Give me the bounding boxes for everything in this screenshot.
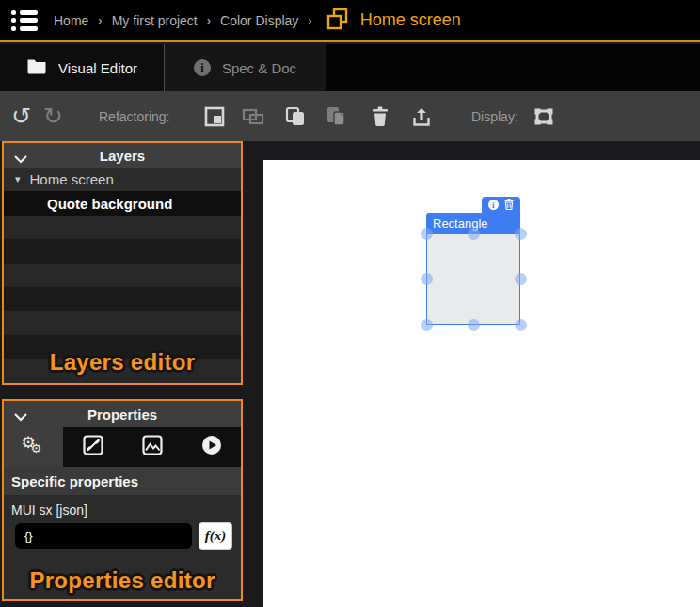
image-icon [141, 434, 164, 460]
rectangle-element-body[interactable] [426, 233, 520, 325]
layers-panel: Layers ▾ Home screen Quote background La… [2, 141, 243, 385]
layer-row-empty [4, 359, 241, 383]
export-icon[interactable] [410, 91, 433, 141]
toolbar: ↺ ↻ Refactoring: [0, 91, 700, 141]
resize-handle-mid-left[interactable] [421, 273, 433, 285]
properties-panel: Properties ⚙⚙ [2, 399, 243, 601]
element-label: Rectangle [433, 216, 488, 231]
properties-editor-annotation: Properties editor [4, 567, 241, 594]
tab-visual-editor-label: Visual Editor [58, 60, 137, 76]
mui-sx-label: MUI sx [json] [11, 503, 88, 518]
bounding-box-icon[interactable] [533, 91, 555, 141]
page-title: Home screen [360, 10, 461, 30]
properties-tabs: ⚙⚙ [4, 427, 241, 467]
layers-panel-header: Layers [4, 143, 241, 168]
menu-icon[interactable] [11, 8, 40, 34]
tab-spec-doc-label: Spec & Doc [222, 60, 296, 76]
layer-row-quote-background[interactable]: Quote background [4, 191, 241, 215]
layers-panel-title: Layers [4, 148, 241, 164]
properties-panel-title: Properties [4, 407, 241, 423]
properties-body: MUI sx [json] f(x) Properties editor [4, 495, 241, 599]
top-bar: Home › My first project › Color Display … [0, 0, 700, 42]
element-info-icon[interactable]: i [488, 200, 499, 210]
chevron-right-icon: › [207, 13, 211, 27]
chevron-right-icon: › [98, 13, 102, 27]
resize-icon [82, 434, 104, 460]
layer-label: Home screen [30, 171, 114, 187]
breadcrumb-page-group[interactable]: Color Display [220, 13, 298, 28]
element-delete-icon[interactable] [504, 197, 514, 214]
delete-icon[interactable] [369, 91, 391, 141]
play-icon [200, 434, 223, 460]
undo-icon[interactable]: ↺ [11, 91, 31, 141]
selected-element-rectangle: i Rectangle [426, 197, 520, 325]
design-canvas[interactable]: i Rectangle [263, 160, 700, 607]
layers-list: ▾ Home screen Quote background Layers ed… [4, 168, 241, 383]
properties-panel-header: Properties [4, 401, 241, 427]
resize-handle-mid-right[interactable] [515, 273, 527, 285]
layer-row-empty [4, 216, 241, 239]
resize-handle-bottom-left[interactable] [421, 319, 433, 331]
collapse-chevron-icon[interactable] [13, 408, 28, 425]
resize-handle-top-right[interactable] [515, 228, 527, 240]
resize-handle-bottom-right[interactable] [515, 319, 527, 331]
breadcrumb-project[interactable]: My first project [112, 13, 198, 28]
tab-image[interactable] [122, 427, 182, 467]
collapse-chevron-icon[interactable] [13, 151, 28, 168]
refactoring-label: Refactoring: [99, 91, 169, 141]
tab-visual-editor[interactable]: Visual Editor [0, 44, 165, 91]
resize-handle-top-left[interactable] [421, 228, 433, 240]
layer-row-empty [4, 239, 241, 263]
layer-label: Quote background [47, 196, 172, 212]
specific-properties-header: Specific properties [4, 467, 241, 495]
copy-icon[interactable] [284, 91, 307, 141]
layer-row-empty [4, 311, 241, 335]
display-label: Display: [471, 91, 518, 141]
redo-icon[interactable]: ↻ [43, 91, 63, 141]
resize-handle-top-mid[interactable] [468, 228, 480, 240]
screen-icon [326, 7, 351, 35]
paste-icon[interactable] [325, 91, 347, 141]
mui-sx-input[interactable] [15, 523, 192, 549]
tab-actions[interactable] [182, 427, 241, 467]
wrap-in-container-icon[interactable] [203, 91, 226, 141]
ungroup-icon[interactable] [242, 91, 264, 141]
fx-button[interactable]: f(x) [199, 522, 232, 550]
chevron-right-icon: › [308, 13, 311, 27]
resize-handle-bottom-mid[interactable] [468, 319, 480, 331]
layer-row-home-screen[interactable]: ▾ Home screen [4, 168, 241, 191]
selection-badge: i [482, 197, 520, 213]
editor-tab-bar: Visual Editor i Spec & Doc [0, 44, 700, 91]
breadcrumb-home[interactable]: Home [54, 13, 88, 28]
app-window: Home › My first project › Color Display … [0, 0, 700, 607]
info-icon: i [194, 59, 211, 76]
layer-row-empty [4, 335, 241, 359]
gears-icon: ⚙⚙ [22, 435, 46, 459]
tab-size[interactable] [63, 427, 122, 467]
breadcrumb: Home › My first project › Color Display … [54, 7, 461, 35]
tab-spec-doc[interactable]: i Spec & Doc [165, 44, 326, 91]
folder-icon [26, 57, 47, 78]
layer-expander-icon[interactable]: ▾ [15, 173, 21, 185]
tab-settings[interactable]: ⚙⚙ [4, 427, 63, 467]
layer-row-empty [4, 264, 241, 287]
layer-row-empty [4, 287, 241, 311]
